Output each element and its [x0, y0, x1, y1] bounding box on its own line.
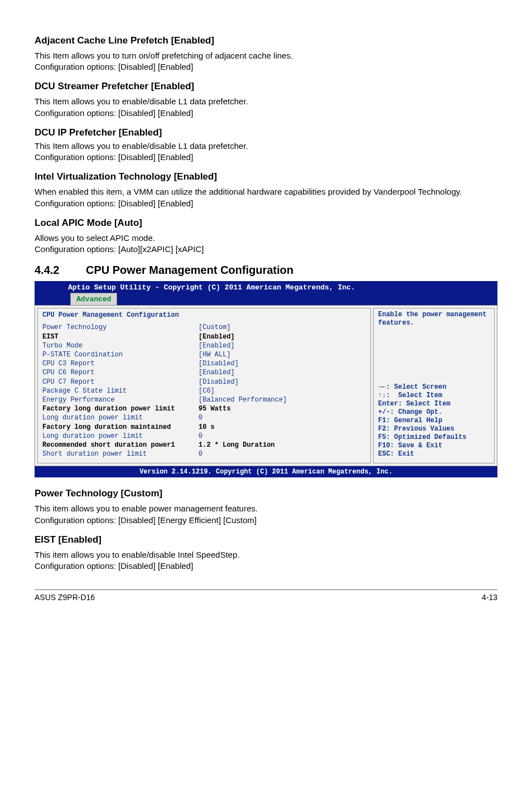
bios-setting-row: CPU C3 Report[Disabled] [42, 359, 366, 368]
bios-setting-row: CPU C6 Report[Enabled] [42, 368, 366, 377]
bios-setting-key: Power Technology [42, 323, 199, 332]
bios-setting-row: Recommended short duration power11.2 * L… [42, 441, 366, 450]
bios-setting-row: Factory long duration maintained10 s [42, 423, 366, 432]
bios-tab-row: Advanced [35, 293, 497, 306]
desc-eist: This item allows you to enable/disable I… [35, 549, 497, 572]
heading-eist: EIST [Enabled] [35, 534, 497, 547]
bios-setting-key: CPU C7 Report [42, 378, 199, 386]
desc-local-apic: Allows you to select APIC mode. Configur… [35, 233, 497, 255]
bios-left-panel: CPU Power Management Configuration Power… [37, 308, 371, 463]
desc-dcu-ip: This Item allows you to enable/disable L… [35, 141, 497, 163]
bios-setting-key: Short duration power limit [42, 450, 199, 458]
heading-adjacent-cache: Adjacent Cache Line Prefetch [Enabled] [35, 35, 497, 47]
bios-setting-key: CPU C3 Report [42, 359, 199, 368]
bios-help-keys: →←: Select Screen ↑↓: Select Item Enter:… [378, 383, 490, 458]
bios-setting-value: [Enabled] [199, 341, 235, 350]
bios-setting-value: 10 s [199, 423, 215, 432]
bios-setting-row: Short duration power limit0 [42, 450, 366, 458]
bios-setting-value: 0 [199, 450, 202, 458]
bios-setting-key: Recommended short duration power1 [42, 441, 199, 450]
heading-local-apic: Local APIC Mode [Auto] [35, 217, 497, 230]
bios-setting-key: P-STATE Coordination [42, 350, 199, 359]
bios-setting-row: Energy Performance[Balanced Performance] [42, 395, 366, 404]
bios-setting-key: Package C State limit [42, 386, 199, 395]
bios-setting-row: Factory long duration power limit95 Watt… [42, 404, 366, 413]
bios-setting-value: 1.2 * Long Duration [199, 441, 275, 450]
bios-setting-value: [Disabled] [199, 359, 239, 368]
heading-dcu-ip: DCU IP Prefetcher [Enabled] [35, 127, 497, 139]
bios-setting-key: Energy Performance [42, 395, 199, 404]
heading-intel-vt: Intel Virtualization Technology [Enabled… [35, 171, 497, 183]
bios-setting-value: [HW ALL] [199, 350, 231, 359]
desc-adjacent-cache: This Item allows you to turn on/off pref… [35, 50, 497, 73]
footer-page-number: 4-13 [482, 592, 497, 603]
bios-setting-key: Factory long duration maintained [42, 423, 199, 432]
section-title: CPU Power Management Configuration [86, 263, 293, 278]
bios-setting-key: Factory long duration power limit [42, 404, 199, 413]
section-number: 4.4.2 [35, 263, 86, 278]
bios-setting-value: [Enabled] [199, 368, 235, 377]
bios-setting-row: Long duration power limit0 [42, 432, 366, 441]
bios-setting-value: [Custom] [199, 323, 231, 332]
bios-setting-key: Turbo Mode [42, 341, 199, 350]
bios-setting-row: Long duration power limit0 [42, 413, 366, 422]
bios-help-description: Enable the power management features. [378, 311, 490, 327]
bios-body: CPU Power Management Configuration Power… [35, 305, 497, 466]
bios-setting-row: Turbo Mode[Enabled] [42, 341, 366, 350]
heading-dcu-streamer: DCU Streamer Prefetcher [Enabled] [35, 80, 497, 93]
bios-setting-row: Power Technology[Custom] [42, 323, 366, 332]
footer-product: ASUS Z9PR-D16 [35, 592, 95, 603]
bios-right-panel: Enable the power management features. →←… [373, 308, 495, 463]
bios-panel-title: CPU Power Management Configuration [42, 311, 366, 320]
bios-setting-row: CPU C7 Report[Disabled] [42, 378, 366, 386]
desc-intel-vt: When enabled this item, a VMM can utiliz… [35, 186, 497, 209]
bios-footer-bar: Version 2.14.1219. Copyright (C) 2011 Am… [35, 466, 497, 477]
bios-header-bar: Aptio Setup Utility - Copyright (C) 2011… [35, 281, 497, 293]
bios-setting-value: [Balanced Performance] [199, 395, 287, 404]
bios-setting-row: EIST[Enabled] [42, 332, 366, 341]
bios-setting-value: 0 [199, 432, 202, 441]
bios-setting-value: [Disabled] [199, 378, 239, 386]
desc-power-technology: This item allows you to enable power man… [35, 503, 497, 526]
bios-header-text: Aptio Setup Utility - Copyright (C) 2011… [39, 283, 355, 292]
bios-setting-key: EIST [42, 332, 199, 341]
bios-setting-key: Long duration power limit [42, 413, 199, 422]
bios-setting-row: Package C State limit[C6] [42, 386, 366, 395]
bios-setting-key: Long duration power limit [42, 432, 199, 441]
section-heading-row: 4.4.2 CPU Power Management Configuration [35, 263, 497, 278]
bios-setting-value: 0 [199, 413, 202, 422]
bios-setting-row: P-STATE Coordination[HW ALL] [42, 350, 366, 359]
desc-dcu-streamer: This Item allows you to enable/disable L… [35, 96, 497, 119]
bios-setting-value: [Enabled] [199, 332, 235, 341]
bios-setting-key: CPU C6 Report [42, 368, 199, 377]
bios-setting-value: 95 Watts [199, 404, 231, 413]
bios-tab-advanced: Advanced [70, 293, 117, 306]
heading-power-technology: Power Technology [Custom] [35, 487, 497, 500]
bios-screenshot: Aptio Setup Utility - Copyright (C) 2011… [35, 281, 497, 477]
bios-setting-value: [C6] [199, 386, 215, 395]
